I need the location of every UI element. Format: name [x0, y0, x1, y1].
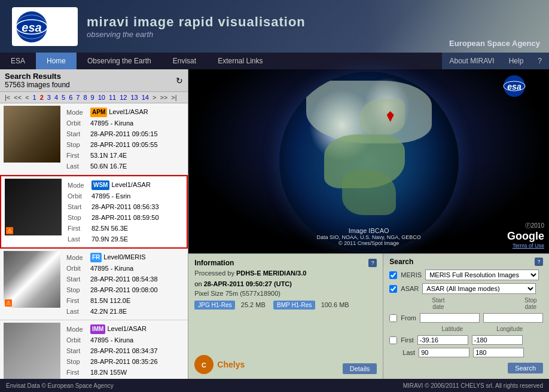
page-prev[interactable]: <	[24, 94, 30, 101]
page-next[interactable]: >	[151, 94, 157, 101]
page-9[interactable]: 9	[90, 94, 96, 101]
result-info-1: ModeAPMLevel1/ASAR Orbit47895 - Kiruna S…	[64, 106, 184, 172]
svg-text:C: C	[202, 362, 206, 369]
miravi-subtitle: observing the earth	[87, 30, 306, 39]
file-buttons: JPG H1-Res 25.2 MB BMP H1-Res 100.6 MB	[194, 301, 377, 310]
meris-select[interactable]: MERIS Full Resolution Images	[425, 270, 539, 280]
page-14[interactable]: 14	[141, 94, 150, 101]
nav-observing[interactable]: Observing the Earth	[77, 53, 162, 69]
miravi-title: miravi image rapid visualisation	[87, 14, 306, 30]
last-label: Last	[402, 349, 415, 356]
result-item-4[interactable]: ModeIMMLevel1/ASAR Orbit47895 - Kiruna S…	[0, 320, 188, 379]
from-stop-input[interactable]	[483, 313, 543, 323]
result-item-1[interactable]: ModeAPMLevel1/ASAR Orbit47895 - Kiruna S…	[0, 103, 188, 175]
page-10[interactable]: 10	[97, 94, 106, 101]
first-row: First	[389, 335, 543, 345]
nav-help[interactable]: Help	[502, 53, 531, 69]
globe-google: Ⓕ2010 Google Terms of Use	[507, 222, 544, 249]
logo-area: esa miravi image rapid visualisation obs…	[0, 1, 318, 52]
info-label: Information	[194, 259, 234, 267]
search-button[interactable]: Search	[508, 363, 543, 373]
result-item-3[interactable]: ⚠ ModeFRLevel0/MERIS Orbit47895 - Kiruna…	[0, 249, 188, 320]
page-4[interactable]: 4	[53, 94, 59, 101]
last-lat-input[interactable]	[419, 348, 469, 357]
info-panel: Information ? Processed by PDHS-E MERIDI…	[188, 253, 383, 379]
nav-help-icon[interactable]: ?	[530, 53, 549, 69]
miravi-text: miravi image rapid visualisation observi…	[87, 14, 306, 39]
footer-right: MIRAVI © 2006/2011 CHELYS srl. All right…	[403, 382, 543, 389]
search-help-icon[interactable]: ?	[535, 258, 543, 266]
page-last[interactable]: >|	[170, 94, 178, 101]
info-date-line: on 28-APR-2011 09:50:27 (UTC)	[194, 280, 377, 287]
info-help-icon[interactable]: ?	[368, 259, 377, 267]
page-5[interactable]: 5	[60, 94, 66, 101]
globe-label: Image IBCAO Data SIO, NOAA, U.S. Navy, N…	[316, 227, 420, 246]
nav-external[interactable]: External Links	[207, 53, 273, 69]
thumb-warning: ⚠	[6, 227, 13, 234]
page-prev-far[interactable]: <<	[13, 94, 23, 101]
info-pixel-size: Pixel Size 75m (5577x18900)	[194, 290, 377, 297]
page-7[interactable]: 7	[75, 94, 81, 101]
nav-about-miravi[interactable]: About MIRAVI	[442, 53, 501, 69]
page-11[interactable]: 11	[108, 94, 117, 101]
details-button[interactable]: Details	[343, 363, 377, 374]
result-info-4: ModeIMMLevel1/ASAR Orbit47895 - Kiruna S…	[64, 323, 184, 379]
meris-label: MERIS	[401, 271, 422, 278]
chelys-text: Chelys	[217, 360, 245, 369]
last-row: Last	[389, 348, 543, 357]
nav-esa[interactable]: ESA	[0, 53, 36, 69]
globe	[279, 72, 459, 251]
navbar: ESA Home Observing the Earth Envisat Ext…	[0, 53, 549, 69]
page-2[interactable]: 2	[39, 94, 45, 101]
mode-label: Mode	[65, 107, 88, 117]
results-count: 57563 images found	[5, 81, 70, 89]
search-results-header: Search Results 57563 images found ↻	[0, 69, 188, 92]
first-lat-input[interactable]	[417, 335, 468, 345]
last-lon-input[interactable]	[473, 348, 524, 357]
result-thumb-2: ⚠	[5, 179, 62, 235]
pagination: |< << < 1 2 3 4 5 6 7 8 9 10 11 12 13 14…	[0, 92, 188, 103]
result-thumb-1	[4, 106, 60, 163]
page-6[interactable]: 6	[68, 94, 74, 101]
result-info-3: ModeFRLevel0/MERIS Orbit47895 - Kiruna S…	[64, 251, 184, 317]
refresh-icon[interactable]: ↻	[176, 76, 183, 85]
esa-globe-logo: esa	[502, 74, 544, 100]
first-checkbox[interactable]	[389, 336, 397, 344]
jpg-button[interactable]: JPG H1-Res	[194, 301, 235, 310]
chelys-icon: C	[194, 355, 214, 374]
from-start-input[interactable]	[420, 313, 480, 323]
meris-checkbox[interactable]	[389, 271, 397, 279]
results-list: ModeAPMLevel1/ASAR Orbit47895 - Kiruna S…	[0, 103, 188, 379]
result-item-2[interactable]: ⚠ ModeWSMLevel1/ASAR Orbit47895 - Esrin …	[0, 175, 188, 249]
header: esa miravi image rapid visualisation obs…	[0, 0, 549, 53]
page-3[interactable]: 3	[46, 94, 52, 101]
asar-checkbox[interactable]	[389, 285, 397, 293]
question-icon: ?	[538, 57, 542, 65]
footer: Envisat Data © European Space Agency MIR…	[0, 379, 549, 392]
page-first[interactable]: |<	[4, 94, 11, 101]
asar-select[interactable]: ASAR (All Image modes)	[422, 283, 536, 294]
svg-text:esa: esa	[22, 21, 41, 34]
terms-of-use[interactable]: Terms of Use	[507, 243, 544, 249]
date-labels-row: Start date Stop date	[389, 297, 543, 310]
nav-envisat[interactable]: Envisat	[162, 53, 207, 69]
left-panel: Search Results 57563 images found ↻ |< <…	[0, 69, 188, 379]
page-1[interactable]: 1	[32, 94, 38, 101]
mode-badge-2: WSM	[92, 180, 109, 190]
stop-label: Stop	[65, 140, 88, 149]
page-next-far[interactable]: >>	[158, 94, 169, 101]
from-checkbox[interactable]	[389, 314, 397, 322]
orbit-label: Orbit	[65, 118, 88, 128]
page-8[interactable]: 8	[82, 94, 88, 101]
search-panel-header: Search ?	[389, 258, 543, 266]
first-lon-input[interactable]	[472, 335, 523, 345]
nav-home[interactable]: Home	[36, 53, 77, 69]
mode-badge-3: FR	[90, 253, 102, 262]
page-13[interactable]: 13	[129, 94, 139, 101]
search-panel-title: Search	[389, 258, 413, 266]
bmp-button[interactable]: BMP H1-Res	[273, 301, 315, 310]
asar-row: ASAR ASAR (All Image modes)	[389, 283, 543, 294]
esa-agency: European Space Agency	[449, 39, 540, 48]
lon-label: Longitude	[483, 326, 536, 332]
page-12[interactable]: 12	[118, 94, 128, 101]
